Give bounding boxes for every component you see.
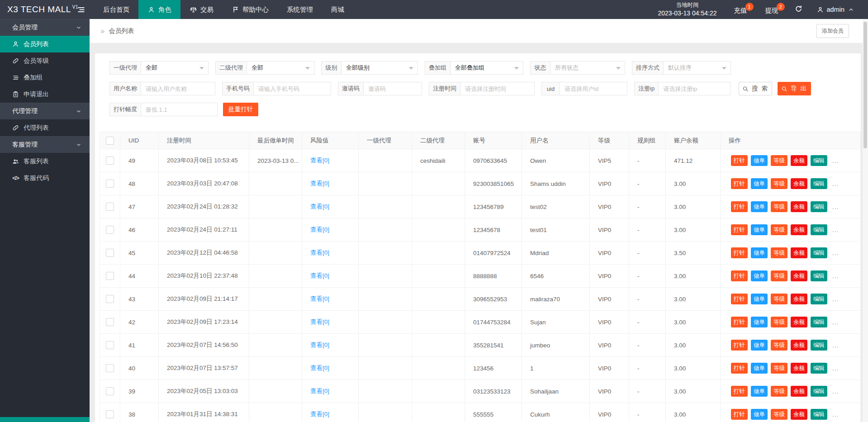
row-action-等级-button[interactable]: 等级 <box>771 178 787 190</box>
row-action-打针-button[interactable]: 打针 <box>731 340 748 351</box>
row-action-编辑-button[interactable]: 编辑 <box>811 363 827 374</box>
row-more-button[interactable]: ... <box>832 204 839 210</box>
view-risk-link[interactable]: 查看[0] <box>310 410 329 418</box>
row-action-做单-button[interactable]: 做单 <box>751 363 768 374</box>
row-action-打针-button[interactable]: 打针 <box>731 317 748 328</box>
row-checkbox[interactable] <box>106 272 114 280</box>
view-risk-link[interactable]: 查看[0] <box>310 341 329 349</box>
row-more-button[interactable]: ... <box>832 157 839 164</box>
row-more-button[interactable]: ... <box>832 365 839 372</box>
row-action-等级-button[interactable]: 等级 <box>771 247 787 259</box>
row-action-等级-button[interactable]: 等级 <box>771 409 787 420</box>
row-checkbox[interactable] <box>106 249 114 257</box>
row-action-打针-button[interactable]: 打针 <box>731 247 748 259</box>
filter-input[interactable] <box>141 82 215 95</box>
row-action-打针-button[interactable]: 打针 <box>731 294 748 305</box>
row-more-button[interactable]: ... <box>832 388 839 395</box>
row-action-打针-button[interactable]: 打针 <box>731 201 748 213</box>
view-risk-link[interactable]: 查看[0] <box>310 180 329 188</box>
filter-select[interactable]: 全部级别 <box>341 61 418 75</box>
row-checkbox[interactable] <box>106 364 114 372</box>
row-action-做单-button[interactable]: 做单 <box>751 340 768 351</box>
recharge-button[interactable]: 充值1 <box>725 5 756 15</box>
row-action-等级-button[interactable]: 等级 <box>771 317 787 328</box>
row-action-余额-button[interactable]: 余额 <box>791 155 807 166</box>
row-action-打针-button[interactable]: 打针 <box>731 363 748 374</box>
view-risk-link[interactable]: 查看[0] <box>310 156 329 165</box>
row-more-button[interactable]: ... <box>832 319 839 326</box>
row-action-余额-button[interactable]: 余额 <box>791 340 807 351</box>
sidebar-section-title[interactable]: 客服管理 <box>0 136 90 153</box>
sidebar-item[interactable]: 客服列表 <box>0 153 90 170</box>
row-action-编辑-button[interactable]: 编辑 <box>811 340 827 351</box>
row-checkbox[interactable] <box>106 180 114 188</box>
withdraw-button[interactable]: 提现2 <box>756 5 787 15</box>
row-action-余额-button[interactable]: 余额 <box>791 386 807 397</box>
row-action-打针-button[interactable]: 打针 <box>731 386 748 397</box>
sidebar-section-title[interactable]: 会员管理 <box>0 19 90 36</box>
row-checkbox[interactable] <box>106 156 114 165</box>
row-action-做单-button[interactable]: 做单 <box>751 294 768 305</box>
filter-input[interactable] <box>460 82 535 95</box>
row-more-button[interactable]: ... <box>832 296 839 303</box>
row-action-编辑-button[interactable]: 编辑 <box>811 270 827 282</box>
view-risk-link[interactable]: 查看[0] <box>310 295 329 303</box>
navbar-item[interactable]: 系统管理 <box>278 0 322 19</box>
row-action-余额-button[interactable]: 余额 <box>791 317 807 328</box>
row-action-编辑-button[interactable]: 编辑 <box>811 224 827 236</box>
search-button[interactable]: 搜 索 <box>739 82 772 95</box>
row-action-打针-button[interactable]: 打针 <box>731 178 748 190</box>
filter-select[interactable]: 全部 <box>141 61 209 75</box>
row-action-做单-button[interactable]: 做单 <box>751 386 768 397</box>
row-action-余额-button[interactable]: 余额 <box>791 363 807 374</box>
row-more-button[interactable]: ... <box>832 180 839 187</box>
row-more-button[interactable]: ... <box>832 273 839 280</box>
row-more-button[interactable]: ... <box>832 342 839 349</box>
row-action-等级-button[interactable]: 等级 <box>771 340 787 351</box>
row-action-编辑-button[interactable]: 编辑 <box>811 386 827 397</box>
filter-input[interactable] <box>253 82 331 95</box>
batch-inject-button[interactable]: 批量打针 <box>223 103 258 116</box>
select-all-checkbox[interactable] <box>106 137 114 145</box>
row-action-做单-button[interactable]: 做单 <box>751 409 768 420</box>
row-action-余额-button[interactable]: 余额 <box>791 178 807 190</box>
navbar-item[interactable]: 商城 <box>322 0 353 19</box>
row-checkbox[interactable] <box>106 318 114 326</box>
row-action-等级-button[interactable]: 等级 <box>771 294 787 305</box>
row-action-编辑-button[interactable]: 编辑 <box>811 155 827 166</box>
inject-range-input[interactable] <box>141 103 218 116</box>
sidebar-toggle-button[interactable] <box>68 0 94 19</box>
row-action-打针-button[interactable]: 打针 <box>731 224 748 236</box>
sidebar-item[interactable]: 会员列表 <box>0 36 90 52</box>
filter-input[interactable] <box>560 82 627 95</box>
row-action-等级-button[interactable]: 等级 <box>771 201 787 213</box>
navbar-item[interactable]: 角色 <box>138 0 180 19</box>
row-action-编辑-button[interactable]: 编辑 <box>811 201 827 213</box>
row-action-做单-button[interactable]: 做单 <box>751 247 768 259</box>
row-action-打针-button[interactable]: 打针 <box>731 409 748 420</box>
row-action-编辑-button[interactable]: 编辑 <box>811 294 827 305</box>
view-risk-link[interactable]: 查看[0] <box>310 387 329 395</box>
export-button[interactable]: 导 出 <box>778 82 811 95</box>
row-action-余额-button[interactable]: 余额 <box>791 409 807 420</box>
row-action-等级-button[interactable]: 等级 <box>771 155 787 166</box>
filter-select[interactable]: 全部叠加组 <box>450 61 523 75</box>
view-risk-link[interactable]: 查看[0] <box>310 203 329 211</box>
add-member-button[interactable]: 添加会员 <box>816 24 849 38</box>
sidebar-item[interactable]: 叠加组 <box>0 69 90 86</box>
sidebar-item[interactable]: </>客服代码 <box>0 170 90 186</box>
row-action-等级-button[interactable]: 等级 <box>771 270 787 282</box>
filter-input[interactable] <box>658 82 730 95</box>
row-more-button[interactable]: ... <box>832 227 839 233</box>
row-action-余额-button[interactable]: 余额 <box>791 201 807 213</box>
row-action-打针-button[interactable]: 打针 <box>731 270 748 282</box>
row-checkbox[interactable] <box>106 341 114 349</box>
filter-input[interactable] <box>363 82 422 95</box>
row-action-余额-button[interactable]: 余额 <box>791 270 807 282</box>
filter-select[interactable]: 默认排序 <box>663 61 731 75</box>
view-risk-link[interactable]: 查看[0] <box>310 249 329 257</box>
row-action-做单-button[interactable]: 做单 <box>751 224 768 236</box>
row-action-等级-button[interactable]: 等级 <box>771 386 787 397</box>
filter-select[interactable]: 所有状态 <box>550 61 625 75</box>
sidebar-item[interactable]: 代理列表 <box>0 119 90 136</box>
